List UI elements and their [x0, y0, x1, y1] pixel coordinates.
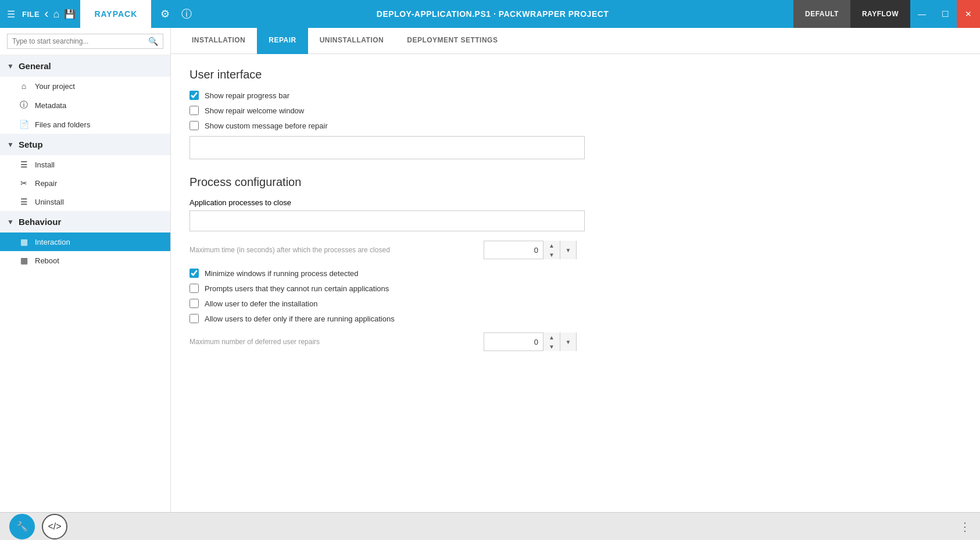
minimize-button[interactable]: — — [910, 0, 933, 28]
bottombar: 🔧 </> ⋮ — [0, 512, 980, 540]
tab-uninstallation[interactable]: UNINSTALLATION — [308, 28, 396, 54]
arrow-icon: ▼ — [7, 62, 14, 70]
info-icon[interactable]: ⓘ — [181, 7, 192, 21]
sidebar-item-interaction-label: Interaction — [35, 238, 70, 246]
nav-back-icon[interactable]: ‹ — [44, 6, 48, 22]
sidebar-group-setup-label: Setup — [19, 140, 43, 149]
rayflow-button[interactable]: RAYFLOW — [850, 0, 910, 28]
arrow-icon: ▼ — [7, 141, 14, 149]
sidebar-item-repair-label: Repair — [35, 179, 57, 188]
max-time-spinner[interactable]: 0 ▲ ▼ ▼ — [484, 241, 577, 259]
show-custom-message-checkbox[interactable] — [189, 121, 199, 130]
home-icon: ⌂ — [19, 81, 29, 91]
sidebar-item-interaction[interactable]: ▦ Interaction — [0, 233, 170, 251]
prompts-users-checkbox[interactable] — [189, 284, 199, 293]
sidebar-item-reboot-label: Reboot — [35, 256, 59, 265]
process-configuration-title: Process configuration — [189, 176, 961, 189]
sidebar-item-uninstall-label: Uninstall — [35, 198, 64, 206]
max-deferred-row: Maximum number of deferred user repairs … — [189, 332, 961, 351]
raypack-tab[interactable]: RAYPACK — [80, 0, 151, 28]
nav-save-icon[interactable]: 💾 — [64, 9, 76, 20]
titlebar-mode-buttons: DEFAULT RAYFLOW — [793, 0, 910, 28]
page-content: User interface Show repair progress bar … — [171, 54, 980, 374]
gear-icon[interactable]: ⚙ — [160, 8, 170, 20]
spinner-up-button[interactable]: ▲ — [543, 241, 560, 250]
show-repair-welcome-checkbox[interactable] — [189, 106, 199, 115]
sidebar-group-behaviour-header[interactable]: ▼ Behaviour — [0, 211, 170, 233]
reboot-icon: ▦ — [19, 256, 29, 265]
checkbox-row-allow-defer: Allow user to defer the installation — [189, 299, 961, 308]
app-processes-label: Application processes to close — [189, 198, 961, 207]
allow-defer-checkbox[interactable] — [189, 299, 199, 308]
tab-repair[interactable]: REPAIR — [257, 28, 307, 54]
spinner-down-button[interactable]: ▼ — [543, 250, 560, 259]
sidebar-group-setup-header[interactable]: ▼ Setup — [0, 134, 170, 155]
sidebar-group-general-header[interactable]: ▼ General — [0, 55, 170, 77]
more-options-button[interactable]: ⋮ — [959, 520, 971, 533]
titlebar-title: DEPLOY-APPLICATION.PS1 · PACKWRAPPER PRO… — [192, 9, 793, 19]
sidebar-item-your-project[interactable]: ⌂ Your project — [0, 77, 170, 95]
search-box: 🔍 — [0, 28, 170, 55]
file-label[interactable]: FILE — [22, 10, 40, 19]
spinner-dropdown-button[interactable]: ▼ — [560, 241, 576, 259]
custom-message-input[interactable] — [189, 136, 585, 159]
checkbox-row-progress: Show repair progress bar — [189, 91, 961, 100]
sidebar-item-metadata[interactable]: ⓘ Metadata — [0, 95, 170, 115]
minimize-windows-label: Minimize windows if running process dete… — [205, 269, 358, 278]
show-custom-message-label: Show custom message before repair — [205, 121, 328, 130]
tab-installation[interactable]: INSTALLATION — [180, 28, 257, 54]
sidebar-group-behaviour: ▼ Behaviour ▦ Interaction ▦ Reboot — [0, 211, 170, 270]
uninstall-icon: ☰ — [19, 197, 29, 206]
sidebar-item-files-folders[interactable]: 📄 Files and folders — [0, 115, 170, 134]
code-button[interactable]: </> — [42, 514, 67, 539]
show-repair-progress-checkbox[interactable] — [189, 91, 199, 100]
user-interface-section: User interface Show repair progress bar … — [189, 68, 961, 159]
sidebar-item-metadata-label: Metadata — [35, 101, 66, 110]
interaction-icon: ▦ — [19, 237, 29, 246]
tab-deployment-settings[interactable]: DEPLOYMENT SETTINGS — [395, 28, 509, 54]
search-input[interactable] — [12, 37, 148, 45]
sidebar: 🔍 ▼ General ⌂ Your project ⓘ Metadata 📄 … — [0, 28, 171, 512]
menu-icon[interactable]: ☰ — [7, 9, 15, 20]
max-time-value: 0 — [484, 246, 543, 255]
max-deferred-spinner[interactable]: 0 ▲ ▼ ▼ — [484, 332, 577, 351]
checkbox-row-prompts: Prompts users that they cannot run certa… — [189, 284, 961, 293]
allow-defer-label: Allow user to defer the installation — [205, 299, 317, 308]
nav-home-icon[interactable]: ⌂ — [53, 8, 60, 20]
tabs-bar: INSTALLATION REPAIR UNINSTALLATION DEPLO… — [171, 28, 980, 54]
default-button[interactable]: DEFAULT — [793, 0, 850, 28]
sidebar-item-files-folders-label: Files and folders — [35, 120, 90, 129]
sidebar-item-repair[interactable]: ✂ Repair — [0, 174, 170, 192]
close-button[interactable]: ✕ — [957, 0, 980, 28]
titlebar-action-icons: ⚙ ⓘ — [160, 7, 192, 21]
minimize-windows-checkbox[interactable] — [189, 269, 199, 278]
search-input-wrap[interactable]: 🔍 — [7, 34, 163, 49]
maximize-button[interactable]: ☐ — [933, 0, 957, 28]
code-icon: </> — [48, 521, 61, 532]
show-repair-progress-label: Show repair progress bar — [205, 91, 289, 100]
app-processes-input[interactable] — [189, 210, 585, 231]
sidebar-item-install[interactable]: ☰ Install — [0, 155, 170, 174]
allow-defer-running-checkbox[interactable] — [189, 314, 199, 323]
main-layout: 🔍 ▼ General ⌂ Your project ⓘ Metadata 📄 … — [0, 28, 980, 512]
sidebar-item-reboot[interactable]: ▦ Reboot — [0, 251, 170, 270]
search-icon: 🔍 — [148, 37, 158, 46]
sidebar-group-setup: ▼ Setup ☰ Install ✂ Repair ☰ Uninstall — [0, 134, 170, 211]
sidebar-group-general-label: General — [19, 61, 51, 71]
sidebar-group-general: ▼ General ⌂ Your project ⓘ Metadata 📄 Fi… — [0, 55, 170, 134]
wrench-icon: 🔧 — [16, 521, 28, 532]
max-time-row: Maximum time (in seconds) after which th… — [189, 241, 961, 259]
sidebar-item-uninstall[interactable]: ☰ Uninstall — [0, 192, 170, 211]
process-configuration-section: Process configuration Application proces… — [189, 176, 961, 351]
user-interface-title: User interface — [189, 68, 961, 81]
spinner-down-button-2[interactable]: ▼ — [543, 342, 560, 351]
spinner-up-button-2[interactable]: ▲ — [543, 332, 560, 342]
spinner-dropdown-button-2[interactable]: ▼ — [560, 332, 576, 351]
checkbox-row-custom-message: Show custom message before repair — [189, 121, 961, 130]
titlebar: ☰ FILE ‹ ⌂ 💾 RAYPACK ⚙ ⓘ DEPLOY-APPLICAT… — [0, 0, 980, 28]
prompts-users-label: Prompts users that they cannot run certa… — [205, 284, 389, 293]
list-icon: ☰ — [19, 160, 29, 169]
wrench-button[interactable]: 🔧 — [9, 514, 35, 539]
repair-icon: ✂ — [19, 178, 29, 188]
show-repair-welcome-label: Show repair welcome window — [205, 106, 304, 115]
